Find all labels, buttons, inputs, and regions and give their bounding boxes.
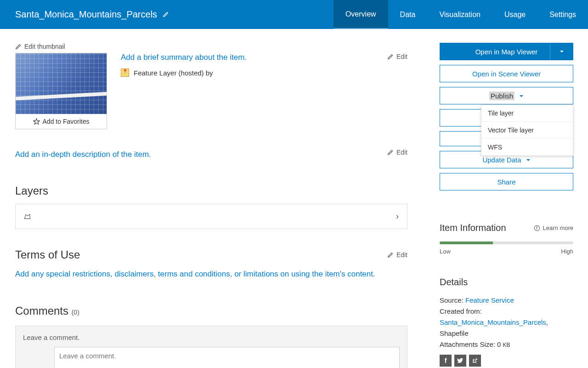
- pencil-icon: [387, 53, 394, 60]
- comments-heading: Comments (0): [15, 305, 407, 317]
- layers-heading: Layers: [15, 184, 407, 197]
- pencil-icon: [15, 43, 22, 50]
- publish-option-tile-layer[interactable]: Tile layer: [481, 105, 573, 122]
- twitter-share-button[interactable]: [454, 355, 466, 367]
- details-section: Details Source: Feature Service Created …: [440, 277, 573, 367]
- edit-label: Edit: [396, 149, 407, 156]
- learn-more-link[interactable]: Learn more: [534, 224, 573, 231]
- add-favorites-label: Add to Favorites: [43, 118, 90, 125]
- publish-label: Publish: [489, 92, 514, 100]
- edit-thumbnail-link[interactable]: Edit thumbnail: [15, 43, 407, 50]
- open-scene-viewer-label: Open in Scene Viewer: [472, 70, 541, 78]
- chevron-down-icon: [526, 158, 531, 162]
- open-map-viewer-label: Open in Map Viewer: [475, 48, 538, 56]
- map-viewer-caret-section[interactable]: [550, 43, 573, 60]
- page-title: Santa_Monica_Mountains_Parcels: [15, 9, 157, 20]
- item-type-label: Feature Layer (hosted) by: [134, 69, 213, 77]
- publish-dropdown: Tile layer Vector Tile layer WFS: [481, 104, 573, 156]
- item-info-section: Item Information Learn more Low High: [440, 223, 573, 255]
- edit-title-icon[interactable]: [163, 9, 169, 20]
- item-info-progress: [440, 242, 573, 244]
- chevron-right-icon: ›: [396, 212, 399, 221]
- tab-settings[interactable]: Settings: [537, 0, 588, 29]
- created-from-label: Created from:: [440, 306, 573, 317]
- tab-data[interactable]: Data: [388, 0, 428, 29]
- header-tabs: Overview Data Visualization Usage Settin…: [334, 0, 588, 29]
- item-info-heading: Item Information: [440, 223, 506, 233]
- add-description-link[interactable]: Add an in-depth description of the item.: [15, 150, 151, 159]
- share-link-button[interactable]: [469, 355, 481, 367]
- tab-usage[interactable]: Usage: [492, 0, 537, 29]
- sidebar-column: Open in Map Viewer Open in Scene Viewer …: [440, 43, 573, 368]
- source-label: Source:: [440, 296, 465, 304]
- thumbnail-image: [16, 53, 107, 114]
- edit-terms-button[interactable]: Edit: [387, 251, 407, 259]
- learn-more-label: Learn more: [543, 224, 573, 231]
- publish-option-vector-tile-layer[interactable]: Vector Tile layer: [481, 122, 573, 139]
- publish-button[interactable]: Publish: [440, 87, 573, 104]
- social-row: f: [440, 355, 573, 367]
- update-data-label: Update Data: [482, 156, 521, 164]
- main-column: Edit thumbnail Add to Favorites Edit Add…: [15, 43, 440, 368]
- thumbnail-box: Add to Favorites: [15, 53, 107, 129]
- scale-low-label: Low: [440, 248, 451, 255]
- tab-overview[interactable]: Overview: [334, 0, 388, 29]
- chevron-down-icon: [560, 49, 564, 54]
- comment-textarea[interactable]: [54, 347, 400, 368]
- layer-row[interactable]: ›: [15, 204, 407, 229]
- source-link[interactable]: Feature Service: [465, 296, 514, 304]
- feature-layer-icon: [121, 69, 129, 77]
- open-scene-viewer-button[interactable]: Open in Scene Viewer: [440, 65, 573, 82]
- edit-description-button[interactable]: Edit: [387, 149, 407, 156]
- comment-label: Leave a comment.: [23, 334, 400, 341]
- comments-heading-label: Comments: [15, 305, 68, 317]
- share-button[interactable]: Share: [440, 173, 573, 190]
- svg-point-1: [537, 226, 537, 227]
- share-label: Share: [497, 178, 515, 186]
- edit-label: Edit: [396, 53, 407, 60]
- publish-option-wfs[interactable]: WFS: [481, 139, 573, 155]
- tab-visualization[interactable]: Visualization: [427, 0, 492, 29]
- polygon-icon: [24, 213, 31, 220]
- pencil-icon: [387, 149, 394, 155]
- edit-label: Edit: [396, 251, 407, 259]
- comment-box: Leave a comment.: [15, 326, 407, 368]
- scale-high-label: High: [561, 248, 573, 255]
- item-info-progress-fill: [440, 242, 493, 244]
- details-heading: Details: [440, 277, 573, 288]
- page-title-wrap: Santa_Monica_Mountains_Parcels: [0, 0, 334, 29]
- edit-thumbnail-label: Edit thumbnail: [24, 43, 65, 50]
- comments-count: (0): [72, 309, 79, 316]
- star-icon: [33, 118, 40, 125]
- pencil-icon: [387, 252, 394, 258]
- attachments-size-label: Attachments Size: 0: [440, 340, 503, 348]
- attachments-unit: KB: [503, 342, 510, 348]
- facebook-share-button[interactable]: f: [440, 355, 452, 367]
- created-from-link[interactable]: Santa_Monica_Mountains_Parcels: [440, 318, 546, 326]
- app-header: Santa_Monica_Mountains_Parcels Overview …: [0, 0, 588, 29]
- add-summary-link[interactable]: Add a brief summary about the item.: [121, 53, 247, 62]
- edit-summary-button[interactable]: Edit: [387, 53, 407, 60]
- open-map-viewer-button[interactable]: Open in Map Viewer: [440, 43, 573, 60]
- chevron-down-icon: [519, 94, 524, 98]
- add-terms-link[interactable]: Add any special restrictions, disclaimer…: [15, 270, 375, 279]
- terms-heading: Terms of Use: [15, 248, 80, 261]
- info-icon: [534, 225, 540, 231]
- svg-point-0: [534, 225, 539, 230]
- item-type-row: Feature Layer (hosted) by: [121, 69, 407, 77]
- add-favorites-button[interactable]: Add to Favorites: [16, 114, 107, 129]
